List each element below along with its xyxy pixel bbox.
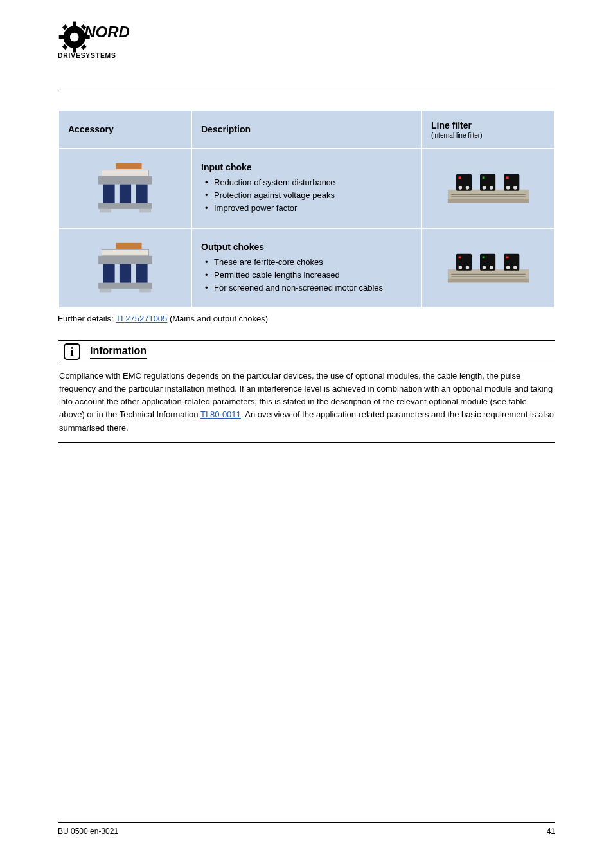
cell-output-choke-filter-image bbox=[422, 229, 554, 307]
transformer-icon bbox=[90, 162, 161, 215]
svg-rect-22 bbox=[480, 174, 495, 191]
svg-rect-17 bbox=[99, 209, 111, 212]
info-heading: Information bbox=[86, 345, 147, 359]
cell-output-choke-desc: Output chokes These are ferrite-core cho… bbox=[192, 229, 421, 307]
accessories-table: Accessory Description Line filter (inter… bbox=[58, 109, 555, 309]
footer-right: 41 bbox=[547, 827, 555, 836]
svg-point-52 bbox=[489, 266, 493, 269]
svg-rect-48 bbox=[504, 254, 519, 271]
cell-input-choke-image bbox=[59, 149, 191, 228]
info-heading-text: Information bbox=[90, 345, 147, 359]
svg-rect-10 bbox=[116, 163, 141, 169]
svg-rect-18 bbox=[139, 209, 150, 212]
svg-rect-12 bbox=[98, 176, 152, 185]
details-prefix: Further details: bbox=[58, 314, 116, 323]
table-header-row: Accessory Description Line filter (inter… bbox=[59, 111, 554, 148]
svg-rect-56 bbox=[482, 256, 484, 258]
svg-rect-11 bbox=[102, 170, 148, 176]
svg-rect-1 bbox=[73, 22, 76, 28]
transformer-icon bbox=[90, 242, 161, 294]
svg-point-27 bbox=[489, 186, 493, 190]
svg-rect-37 bbox=[98, 256, 152, 264]
svg-point-50 bbox=[465, 266, 469, 269]
details-line: Further details: TI 275271005 (Mains and… bbox=[58, 314, 555, 323]
col-header-line-filter-main: Line filter bbox=[431, 120, 472, 131]
svg-rect-40 bbox=[136, 264, 147, 283]
col-header-line-filter-sub: (internal line filter) bbox=[431, 132, 545, 139]
cell-input-choke-filter-image bbox=[422, 149, 554, 228]
svg-point-51 bbox=[482, 266, 486, 269]
list-item: Protection against voltage peaks bbox=[205, 189, 412, 202]
table-row: Output chokes These are ferrite-core cho… bbox=[59, 229, 554, 307]
page: NORD DRIVESYSTEMS Accessory Description … bbox=[0, 0, 613, 868]
svg-rect-32 bbox=[506, 176, 508, 179]
svg-rect-41 bbox=[98, 283, 152, 289]
info-block: i Information Compliance with EMC regula… bbox=[58, 340, 555, 443]
svg-rect-42 bbox=[99, 289, 111, 292]
svg-point-53 bbox=[506, 266, 510, 269]
svg-rect-45 bbox=[447, 279, 528, 283]
col-header-accessory: Accessory bbox=[59, 111, 191, 148]
info-icon: i bbox=[58, 343, 86, 360]
svg-rect-36 bbox=[102, 250, 148, 256]
info-body: Compliance with EMC regulations depends … bbox=[58, 363, 555, 443]
logo-word-top: NORD bbox=[84, 23, 130, 41]
svg-rect-15 bbox=[136, 185, 147, 203]
svg-rect-23 bbox=[504, 174, 519, 191]
page-footer: BU 0500 en-3021 41 bbox=[58, 822, 555, 836]
details-link[interactable]: TI 275271005 bbox=[116, 314, 167, 323]
svg-rect-46 bbox=[456, 254, 471, 271]
list-item: These are ferrite-core chokes bbox=[205, 256, 412, 269]
list-item: Permitted cable lengths increased bbox=[205, 269, 412, 282]
svg-point-9 bbox=[70, 33, 79, 42]
row-title: Input choke bbox=[201, 162, 412, 172]
svg-point-28 bbox=[506, 186, 510, 190]
nord-gear-logo-icon: NORD DRIVESYSTEMS bbox=[58, 18, 135, 60]
svg-rect-57 bbox=[506, 256, 508, 258]
line-filter-icon bbox=[447, 249, 530, 287]
svg-point-26 bbox=[482, 186, 486, 190]
feature-list: These are ferrite-core chokes Permitted … bbox=[201, 256, 412, 294]
svg-rect-35 bbox=[116, 243, 141, 249]
details-suffix: (Mains and output chokes) bbox=[167, 314, 268, 323]
svg-rect-47 bbox=[480, 254, 495, 271]
svg-point-29 bbox=[513, 186, 517, 190]
list-item: Improved power factor bbox=[205, 202, 412, 215]
svg-rect-3 bbox=[59, 35, 65, 39]
line-filter-icon bbox=[447, 169, 530, 208]
header-divider bbox=[58, 89, 555, 89]
svg-point-54 bbox=[513, 266, 517, 269]
info-heading-row: i Information bbox=[58, 340, 555, 363]
svg-rect-21 bbox=[456, 174, 471, 191]
brand-logo: NORD DRIVESYSTEMS bbox=[58, 18, 135, 60]
cell-output-choke-image bbox=[59, 229, 191, 307]
row-title: Output chokes bbox=[201, 242, 412, 252]
svg-point-49 bbox=[458, 266, 462, 269]
table-row: Input choke Reduction of system disturba… bbox=[59, 149, 554, 228]
svg-point-24 bbox=[458, 186, 462, 190]
svg-rect-13 bbox=[103, 185, 114, 203]
svg-rect-30 bbox=[458, 176, 461, 179]
col-header-line-filter: Line filter (internal line filter) bbox=[422, 111, 554, 148]
svg-rect-2 bbox=[73, 47, 76, 53]
list-item: Reduction of system disturbance bbox=[205, 176, 412, 189]
svg-rect-39 bbox=[119, 264, 130, 283]
list-item: For screened and non-screened motor cabl… bbox=[205, 282, 412, 294]
col-header-description: Description bbox=[192, 111, 421, 148]
svg-rect-38 bbox=[103, 264, 114, 283]
svg-rect-43 bbox=[139, 289, 150, 292]
svg-rect-14 bbox=[119, 185, 130, 203]
svg-rect-31 bbox=[482, 176, 484, 179]
info-body-link[interactable]: TI 80-0011 bbox=[200, 410, 241, 419]
feature-list: Reduction of system disturbance Protecti… bbox=[201, 176, 412, 215]
svg-point-25 bbox=[465, 186, 469, 190]
cell-input-choke-desc: Input choke Reduction of system disturba… bbox=[192, 149, 421, 228]
svg-rect-16 bbox=[98, 203, 152, 209]
svg-rect-55 bbox=[458, 256, 461, 258]
main-content: Accessory Description Line filter (inter… bbox=[58, 109, 555, 443]
logo-word-bottom: DRIVESYSTEMS bbox=[58, 52, 116, 59]
svg-rect-20 bbox=[447, 199, 528, 203]
footer-left: BU 0500 en-3021 bbox=[58, 827, 118, 836]
